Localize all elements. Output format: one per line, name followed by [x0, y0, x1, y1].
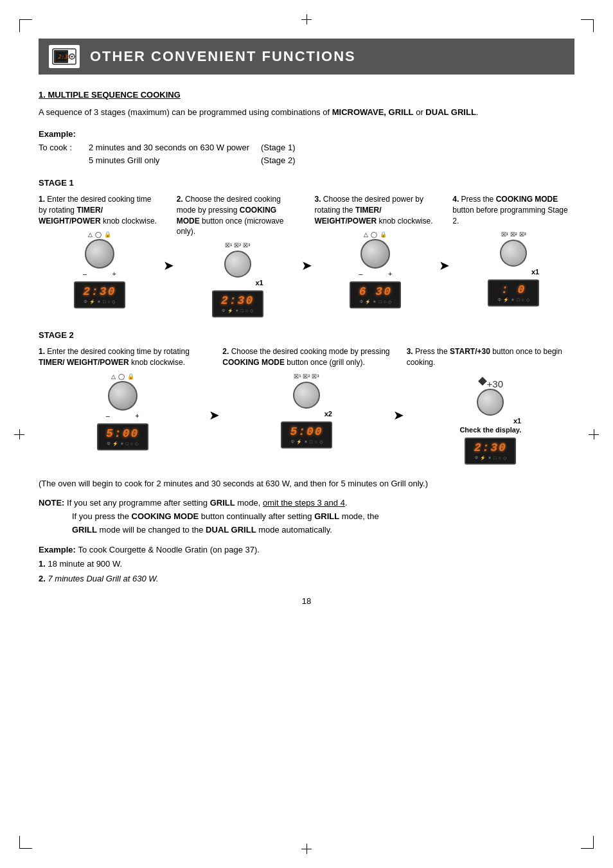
arrow1: ➤	[163, 258, 174, 273]
stage1-knob3-circle	[360, 239, 390, 269]
stage1-knob1-icons: △ ◯ 🔒	[88, 231, 111, 238]
weight-icon3: 🔒	[380, 231, 387, 238]
stage2-step2: 2. Choose the desired cooking mode by pr…	[222, 346, 390, 448]
mode2-icon: ☒²	[234, 242, 241, 249]
stage1-display1: 2:30 Φ⚡✶□○◇	[74, 281, 125, 308]
stage2-display2-wrap: 5:00 Φ⚡✶□○◇	[281, 421, 332, 448]
stage1-step4-text: 4. Press the COOKING MODE button before …	[452, 194, 574, 226]
stage2-display2-digits: 5:00	[290, 425, 323, 438]
crosshair-top	[301, 14, 312, 24]
microwave-icon: 2:30	[49, 45, 80, 68]
stage1-knob1: △ ◯ 🔒 – + 2:30 Φ⚡✶□○◇	[39, 231, 161, 308]
example-col3-2: (Stage 2)	[261, 154, 295, 168]
corner-mark-br	[581, 836, 594, 849]
stage1-knob3-labels: – +	[359, 270, 392, 278]
s2-weight-icon: 🔒	[127, 373, 134, 380]
mode4-icon1: ☒¹	[501, 231, 508, 238]
stage1-display3-icons: Φ⚡✶□○◇	[360, 299, 391, 305]
stage1-display1-icons: Φ⚡✶□○◇	[84, 299, 115, 305]
example-bottom-item2-text: 7 minutes Dual Grill at 630 W.	[48, 574, 158, 583]
note-line3: GRILL mode will be changed to the DUAL G…	[72, 525, 332, 535]
stage2-cooking-mode-btn2[interactable]	[293, 382, 320, 409]
mode4-icon2: ☒²	[510, 231, 517, 238]
stage1-step2: 2. Choose the desired cooking mode by pr…	[177, 194, 299, 317]
intro-text: A sequence of 3 stages (maximum) can be …	[39, 106, 574, 119]
stage2-btn-row2	[293, 382, 320, 409]
example-bottom-item2: 2.	[39, 574, 46, 583]
s2-minus-label: –	[106, 412, 110, 420]
oven-summary: (The oven will begin to cook for 2 minut…	[39, 477, 574, 490]
stage1-step2-text: 2. Choose the desired cooking mode by pr…	[177, 194, 299, 237]
alarm-icon: △	[88, 231, 93, 238]
stage1-knob1-labels: – +	[83, 270, 116, 278]
stage2-btn-icons2: ☒¹ ☒² ☒³	[294, 373, 319, 380]
example-col1-2	[39, 154, 84, 168]
s2-timer-icon: ◯	[118, 373, 125, 380]
stage2-knob1-icons: △ ◯ 🔒	[111, 373, 134, 380]
stage1-display1-digits: 2:30	[83, 285, 116, 298]
stage2-step3-text: 3. Press the START/+30 button once to be…	[407, 346, 574, 368]
stage2-display2: 5:00 Φ⚡✶□○◇	[281, 421, 332, 448]
stage1-step3-text: 3. Choose the desired power by rotating …	[315, 194, 437, 226]
stage1-display2-icons: Φ⚡✶□○◇	[222, 308, 253, 314]
stage1-cooking-mode-btn4[interactable]	[500, 240, 527, 267]
stage1-display4: : 0 Φ⚡✶□○◇	[488, 279, 539, 306]
timer-icon3: ◯	[371, 231, 377, 238]
minus-label3: –	[359, 270, 362, 278]
stage2-display3-digits: 2:30	[474, 441, 507, 454]
corner-mark-bl	[19, 836, 32, 849]
stage1-knob3: △ ◯ 🔒 – + 6 30 Φ⚡✶□○◇	[315, 231, 437, 308]
intro-bold2: DUAL GRILL	[425, 107, 475, 117]
s2-plus-label: +	[135, 412, 139, 420]
corner-mark-tl	[19, 19, 32, 32]
stage2-x-label2: x2	[324, 410, 332, 418]
example-row-2: 5 minutes Grill only (Stage 2)	[39, 154, 574, 168]
minus-label: –	[83, 270, 87, 278]
crosshair-mid-right	[589, 429, 599, 439]
stage1-steps-row: 1. Enter the desired cooking time by rot…	[39, 194, 574, 317]
plus-label3: +	[388, 270, 392, 278]
note-section: NOTE: If you set any programme after set…	[39, 497, 574, 536]
example-row-1: To cook : 2 minutes and 30 seconds on 63…	[39, 141, 574, 155]
note-grill1: GRILL	[210, 498, 235, 508]
s2-mode1-icon: ☒¹	[294, 373, 301, 380]
page-title: OTHER CONVENIENT FUNCTIONS	[90, 48, 356, 65]
example-col1-1: To cook :	[39, 141, 84, 155]
stage1-display3-digits: 6 30	[359, 285, 392, 298]
arrow3: ➤	[439, 258, 450, 273]
example-bottom-item1-text: 18 minute at 900 W.	[48, 559, 122, 569]
stage1-btn-panel4-icons: ☒¹ ☒² ☒³	[501, 231, 526, 238]
example-bottom-item1: 1.	[39, 559, 46, 569]
arrow-s2-2: ➤	[393, 407, 404, 423]
stage1-x-label4: x1	[531, 268, 539, 276]
example-bottom: Example: To cook Courgette & Noodle Grat…	[39, 543, 574, 585]
stage1-display2-wrap: 2:30 Φ⚡✶□○◇	[212, 290, 263, 317]
stage2-knob1-circle	[108, 381, 138, 411]
stage2-x-label3: x1	[513, 417, 521, 425]
example-col3-1: (Stage 1)	[261, 141, 295, 155]
crosshair-bottom	[301, 844, 312, 854]
stage2-step2-text: 2. Choose the desired cooking mode by pr…	[222, 346, 390, 368]
stage1-display4-digits: : 0	[501, 283, 526, 296]
mode4-icon3: ☒³	[519, 231, 526, 238]
timer-icon: ◯	[95, 231, 102, 238]
stage2-btn-panel2: ☒¹ ☒² ☒³ x2 5:00 Φ⚡✶□○◇	[281, 373, 332, 448]
stage1-display1-wrap: 2:30 Φ⚡✶□○◇	[39, 281, 161, 308]
example-bottom-label: Example:	[39, 545, 78, 554]
stage2-start-btn[interactable]	[477, 389, 504, 416]
arrow-s2-1: ➤	[209, 407, 220, 423]
stage1-cooking-mode-btn2[interactable]	[224, 251, 251, 278]
stage1-title: STAGE 1	[39, 178, 574, 188]
stage2-title: STAGE 2	[39, 330, 574, 340]
stage2-display3: 2:30 Φ⚡✶□○◇	[465, 438, 516, 465]
example-bottom-text: To cook Courgette & Noodle Gratin (on pa…	[78, 545, 260, 554]
corner-mark-tr	[581, 19, 594, 32]
stage2-display2-icons: Φ⚡✶□○◇	[290, 439, 322, 445]
stage1-step4: 4. Press the COOKING MODE button before …	[452, 194, 574, 306]
stage1-btn-panel2: ☒¹ ☒² ☒³ x1 2:30 Φ⚡✶□○◇	[212, 242, 263, 317]
stage1-btn-panel4: ☒¹ ☒² ☒³ x1 : 0 Φ⚡✶□○◇	[488, 231, 539, 306]
s2-alarm-icon: △	[111, 373, 116, 380]
stage1-display3: 6 30 Φ⚡✶□○◇	[350, 281, 401, 308]
stage1-display2: 2:30 Φ⚡✶□○◇	[212, 290, 263, 317]
stage2-display1-wrap: 5:00 Φ⚡✶□○◇	[39, 423, 206, 450]
